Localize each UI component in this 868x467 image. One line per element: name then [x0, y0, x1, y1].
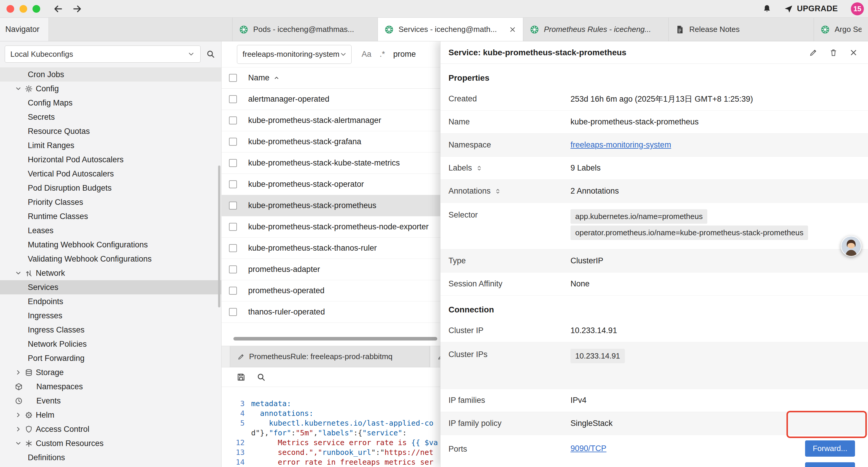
back-button[interactable] [53, 3, 64, 14]
sidebar-scrollbar[interactable] [218, 166, 220, 308]
namespace-filter-select[interactable]: freeleaps-monitoring-system [237, 45, 351, 64]
drawer-header: Service: kube-prometheus-stack-prometheu… [440, 41, 868, 64]
close-drawer-icon[interactable] [849, 48, 858, 57]
chevron-down-icon [15, 269, 22, 276]
sidebar-item-horizontal-pod-autoscalers[interactable]: Horizontal Pod Autoscalers [0, 152, 221, 167]
sidebar-item-cron-jobs[interactable]: Cron Jobs [0, 67, 221, 82]
row-checkbox[interactable] [229, 244, 237, 252]
regex-toggle[interactable]: .* [380, 50, 385, 59]
editor-search-icon[interactable] [256, 372, 266, 382]
detail-value: ClusterIP [570, 256, 868, 265]
chevron-down-icon [187, 50, 195, 58]
minimize-window-button[interactable] [20, 5, 27, 13]
detail-value: 253d 16h 6m ago (2025年1月13日 GMT+8 1:25:3… [570, 94, 868, 104]
maximize-window-button[interactable] [32, 5, 40, 13]
sidebar-item-ingress-classes[interactable]: Ingress Classes [0, 323, 221, 337]
sidebar-item-mutating-webhook-configurations[interactable]: Mutating Webhook Configurations [0, 238, 221, 252]
sidebar-item-leases[interactable]: Leases [0, 224, 221, 238]
row-checkbox[interactable] [229, 138, 237, 146]
sidebar-item-custom-resources[interactable]: Custom Resources [0, 436, 221, 450]
row-checkbox[interactable] [229, 308, 237, 316]
match-case-toggle[interactable]: Aa [362, 50, 371, 59]
delete-icon[interactable] [829, 48, 838, 57]
detail-text: 9 Labels [570, 164, 601, 172]
notifications-bell-icon[interactable] [762, 4, 772, 14]
sidebar-item-network-policies[interactable]: Network Policies [0, 337, 221, 351]
row-checkbox[interactable] [229, 223, 237, 231]
sidebar-item-endpoints[interactable]: Endpoints [0, 294, 221, 309]
sidebar-item-port-forwarding[interactable]: Port Forwarding [0, 351, 221, 365]
drawer-actions [809, 48, 858, 57]
save-icon[interactable] [236, 372, 246, 382]
select-all-checkbox[interactable] [229, 74, 237, 82]
detail-text: SingleStack [570, 419, 613, 428]
avatar[interactable] [841, 236, 862, 257]
tab-release-notes[interactable]: Release Notes [669, 18, 814, 41]
search-input[interactable]: prome [393, 50, 416, 59]
sidebar-item-access-control[interactable]: Access Control [0, 422, 221, 436]
port-link[interactable]: 9090/TCP [570, 444, 607, 453]
chevron-right-icon [15, 411, 22, 418]
sidebar-item-priority-classes[interactable]: Priority Classes [0, 195, 221, 209]
detail-value: IPv4 [570, 396, 868, 405]
forward-button[interactable] [71, 3, 83, 14]
section-heading-properties: Properties [440, 64, 868, 87]
code-text: Metrics service error rate is {{ $va [251, 438, 438, 447]
sidebar-item-resource-quotas[interactable]: Resource Quotas [0, 124, 221, 138]
row-checkbox[interactable] [229, 265, 237, 273]
sort-ascending-icon[interactable] [273, 75, 280, 82]
upgrade-button[interactable]: UPGRADE [784, 4, 838, 13]
namespaces-icon [15, 383, 23, 391]
kubeconfig-select[interactable]: Local Kubeconfigs [5, 46, 200, 63]
sidebar-item-ingresses[interactable]: Ingresses [0, 309, 221, 323]
sidebar-item-events[interactable]: Events [0, 394, 221, 408]
horizontal-scrollbar[interactable] [234, 337, 437, 341]
namespace-link[interactable]: freeleaps-monitoring-system [570, 140, 671, 149]
row-name: kube-prometheus-stack-kube-state-metrics [248, 158, 400, 168]
detail-label: IP family policy [448, 419, 570, 428]
forward-button[interactable]: Forward... [805, 462, 855, 467]
row-checkbox[interactable] [229, 202, 237, 209]
edit-icon[interactable] [809, 48, 818, 57]
detail-row-name: Namekube-prometheus-stack-prometheus [440, 111, 868, 134]
sidebar-item-label: Custom Resources [36, 439, 104, 448]
tab-services-icecheng-math[interactable]: Services - icecheng@math... [378, 18, 523, 41]
navigator-panel-tab[interactable]: Navigator [0, 18, 49, 41]
sidebar-item-validating-webhook-configurations[interactable]: Validating Webhook Configurations [0, 252, 221, 266]
close-tab-icon[interactable] [509, 26, 517, 33]
port-link[interactable]: 8080:reloader-web/TCP [570, 466, 655, 467]
detail-row-cluster-ips: Cluster IPs10.233.14.91 [440, 342, 868, 389]
sidebar-item-storage[interactable]: Storage [0, 365, 221, 380]
sidebar-item-vertical-pod-autoscalers[interactable]: Vertical Pod Autoscalers [0, 167, 221, 181]
name-column-header[interactable]: Name [248, 73, 270, 83]
sidebar-item-helm[interactable]: Helm [0, 408, 221, 422]
sidebar-item-config-maps[interactable]: Config Maps [0, 96, 221, 110]
sidebar-item-secrets[interactable]: Secrets [0, 110, 221, 124]
sidebar-item-definitions[interactable]: Definitions [0, 450, 221, 465]
row-checkbox[interactable] [229, 116, 237, 124]
row-checkbox[interactable] [229, 159, 237, 167]
port-row: 8080:reloader-web/TCPForward... [570, 459, 868, 467]
sidebar-item-services[interactable]: Services [0, 280, 221, 294]
tab-prometheus-rules-icecheng[interactable]: Prometheus Rules - icecheng... [523, 18, 669, 41]
sidebar-item-network[interactable]: Network [0, 266, 221, 280]
sidebar-item-config[interactable]: Config [0, 82, 221, 96]
row-checkbox[interactable] [229, 95, 237, 103]
notification-count-badge[interactable]: 15 [851, 2, 864, 16]
detail-row-ip-families: IP familiesIPv4 [440, 389, 868, 412]
dock-tab-prometheusrule[interactable]: PrometheusRule: freeleaps-prod-rabbitmq [230, 346, 430, 367]
forward-button[interactable]: Forward... [805, 440, 855, 457]
row-checkbox[interactable] [229, 180, 237, 188]
sidebar-item-namespaces[interactable]: Namespaces [0, 380, 221, 394]
row-checkbox[interactable] [229, 287, 237, 295]
tab-argo-se[interactable]: Argo Se [814, 18, 868, 41]
sidebar-item-runtime-classes[interactable]: Runtime Classes [0, 209, 221, 224]
tab-pods-icecheng-mathmas[interactable]: Pods - icecheng@mathmas... [232, 18, 378, 41]
namespace-filter-value: freeleaps-monitoring-system [243, 50, 339, 59]
sidebar-item-pod-disruption-budgets[interactable]: Pod Disruption Budgets [0, 181, 221, 195]
code-text: second.","runbook_url":"https://net [251, 447, 433, 457]
sidebar-item-limit-ranges[interactable]: Limit Ranges [0, 138, 221, 152]
close-window-button[interactable] [6, 5, 14, 13]
titlebar-right: UPGRADE 15 [762, 2, 868, 16]
sidebar-search-icon[interactable] [204, 49, 217, 59]
